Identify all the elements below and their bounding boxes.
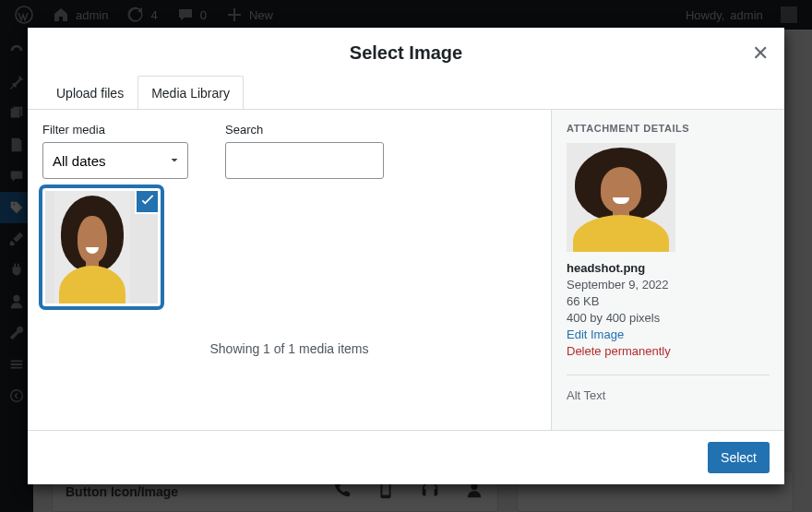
attachment-details: ATTACHMENT DETAILS headshot.png Septembe…: [551, 110, 784, 430]
tab-upload-files[interactable]: Upload files: [42, 76, 137, 110]
select-button[interactable]: Select: [708, 442, 770, 473]
search-label: Search: [225, 123, 384, 137]
modal-close-button[interactable]: ✕: [744, 37, 777, 70]
check-icon: [139, 193, 156, 209]
media-thumb-headshot[interactable]: [42, 188, 161, 306]
filter-search: Search: [225, 123, 384, 179]
edit-image-link[interactable]: Edit Image: [567, 327, 770, 341]
alt-text-label: Alt Text: [567, 388, 770, 402]
attachment-date: September 9, 2022: [567, 278, 770, 292]
media-filters: Filter media All dates Search: [42, 123, 536, 179]
details-heading: ATTACHMENT DETAILS: [567, 123, 770, 134]
modal-title: Select Image: [42, 39, 770, 66]
filter-date: Filter media All dates: [42, 123, 188, 179]
date-filter-select[interactable]: All dates: [42, 142, 188, 179]
modal-header: Select Image ✕: [28, 28, 784, 66]
media-modal: Select Image ✕ Upload files Media Librar…: [28, 28, 784, 484]
attachment-filesize: 66 KB: [567, 294, 770, 308]
details-divider: [567, 375, 770, 375]
modal-body: Filter media All dates Search: [28, 110, 784, 430]
attachment-dimensions: 400 by 400 pixels: [567, 311, 770, 325]
filter-media-label: Filter media: [42, 123, 188, 137]
thumbnail-image: [54, 191, 130, 304]
search-input[interactable]: [225, 142, 384, 179]
media-browser: Filter media All dates Search: [28, 110, 551, 430]
media-thumbnails: [42, 188, 536, 306]
modal-footer: Select: [28, 430, 784, 484]
selected-checkmark[interactable]: [136, 189, 160, 213]
items-count: Showing 1 of 1 media items: [42, 341, 536, 356]
tab-media-library[interactable]: Media Library: [137, 76, 244, 110]
close-icon: ✕: [752, 42, 769, 65]
details-thumbnail: [567, 143, 675, 252]
modal-tabs: Upload files Media Library: [28, 66, 784, 110]
delete-permanently-link[interactable]: Delete permanently: [567, 344, 770, 358]
attachment-filename: headshot.png: [567, 261, 770, 275]
